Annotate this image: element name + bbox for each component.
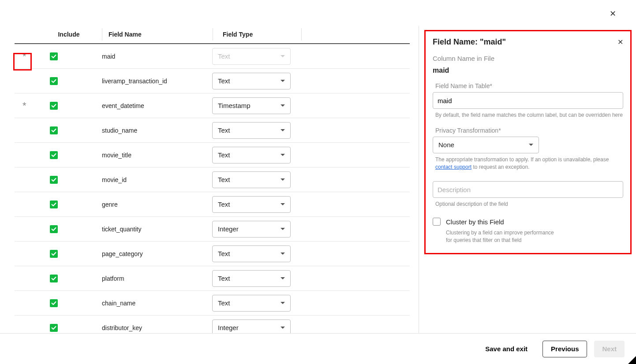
chevron-down-icon: [281, 178, 285, 181]
table-row[interactable]: *maidText: [15, 44, 410, 69]
col-header-fieldname: Field Name: [102, 26, 213, 43]
field-type-value: Text: [218, 275, 230, 282]
table-row[interactable]: ticket_quantityInteger: [15, 217, 410, 241]
include-checkbox[interactable]: [50, 225, 58, 233]
cluster-help-2: for queries that filter on that field: [446, 237, 521, 243]
table-row[interactable]: genreText: [15, 192, 410, 217]
include-checkbox[interactable]: [50, 126, 58, 134]
field-type-select[interactable]: Text: [212, 73, 291, 89]
chevron-down-icon: [281, 129, 285, 131]
table-row[interactable]: *event_datetimeTimestamp: [15, 93, 410, 118]
privacy-select[interactable]: None: [433, 137, 539, 153]
chevron-down-icon: [281, 327, 285, 329]
include-checkbox[interactable]: [50, 299, 58, 307]
required-star: *: [498, 127, 501, 134]
table-row[interactable]: distributor_keyInteger: [15, 316, 410, 333]
chevron-down-icon: [281, 80, 285, 82]
field-type-select[interactable]: Text: [212, 171, 291, 188]
field-type-select[interactable]: Text: [212, 122, 291, 139]
field-type-select[interactable]: Text: [212, 147, 291, 163]
include-checkbox[interactable]: [50, 77, 58, 85]
field-type-select: Text: [212, 48, 291, 65]
field-name-cell: ticket_quantity: [102, 226, 212, 233]
field-type-select[interactable]: Text: [212, 245, 291, 262]
field-type-select[interactable]: Text: [212, 270, 291, 287]
field-name-cell: platform: [102, 275, 212, 282]
field-type-value: Text: [218, 126, 230, 134]
table-row[interactable]: movie_titleText: [15, 143, 410, 167]
field-table: Include Field Name Field Type *maidTextl…: [0, 26, 419, 333]
include-checkbox[interactable]: [50, 324, 58, 332]
field-type-select[interactable]: Text: [212, 196, 291, 213]
resize-handle[interactable]: [628, 356, 636, 364]
description-input[interactable]: [433, 181, 623, 198]
include-checkbox[interactable]: [50, 201, 58, 208]
include-checkbox[interactable]: [50, 250, 58, 258]
include-checkbox[interactable]: [50, 275, 58, 282]
table-header: Include Field Name Field Type: [15, 26, 410, 44]
previous-button[interactable]: Previous: [542, 341, 587, 357]
required-star: *: [490, 82, 492, 89]
field-type-select[interactable]: Integer: [212, 319, 291, 334]
table-row[interactable]: liveramp_transaction_idText: [15, 69, 410, 93]
field-type-value: Integer: [218, 324, 239, 331]
row-marker: *: [15, 51, 36, 62]
field-type-value: Text: [218, 299, 230, 307]
chevron-down-icon: [281, 104, 285, 107]
panel-close-icon[interactable]: ✕: [617, 38, 623, 46]
description-help: Optional description of the field: [433, 201, 623, 208]
field-name-cell: maid: [102, 53, 212, 60]
privacy-help: The appropriate transformation to apply.…: [433, 156, 623, 171]
field-name-cell: event_datetime: [102, 102, 212, 109]
table-row[interactable]: movie_idText: [15, 167, 410, 192]
field-type-value: Text: [218, 201, 230, 208]
include-checkbox[interactable]: [50, 176, 58, 184]
table-row[interactable]: platformText: [15, 266, 410, 291]
column-name-label: Column Name in File: [433, 55, 623, 62]
field-type-select[interactable]: Integer: [212, 221, 291, 238]
cluster-help-1: Clustering by a field can improve perfor…: [446, 230, 554, 236]
chevron-down-icon: [281, 302, 285, 304]
include-checkbox[interactable]: [50, 102, 58, 110]
fieldname-input[interactable]: [433, 92, 623, 109]
include-checkbox[interactable]: [50, 52, 58, 60]
save-and-exit-button[interactable]: Save and exit: [477, 341, 535, 357]
field-name-cell: liveramp_transaction_id: [102, 78, 212, 85]
chevron-down-icon: [529, 144, 533, 146]
panel-title: Field Name: "maid": [433, 37, 506, 47]
footer: Save and exit Previous Next: [0, 333, 636, 364]
privacy-label: Privacy Transformation: [435, 127, 498, 134]
col-header-include: Include: [36, 26, 102, 43]
table-row[interactable]: page_categoryText: [15, 241, 410, 266]
field-name-cell: movie_title: [102, 152, 212, 159]
field-type-value: Text: [218, 52, 230, 60]
chevron-down-icon: [281, 228, 285, 230]
field-type-value: Text: [218, 250, 230, 257]
table-row[interactable]: chain_nameText: [15, 291, 410, 316]
field-name-cell: genre: [102, 201, 212, 208]
field-type-value: Text: [218, 151, 230, 159]
close-icon[interactable]: ✕: [610, 9, 616, 19]
field-type-select[interactable]: Timestamp: [212, 97, 291, 114]
table-row[interactable]: studio_nameText: [15, 118, 410, 143]
fieldname-help: By default, the field name matches the c…: [433, 111, 623, 119]
field-name-cell: distributor_key: [102, 324, 212, 331]
include-checkbox[interactable]: [50, 151, 58, 159]
field-type-select[interactable]: Text: [212, 295, 291, 312]
col-header-fieldtype: Field Type: [213, 26, 301, 43]
field-name-cell: movie_id: [102, 176, 212, 183]
fieldname-table-label: Field Name in Table: [435, 82, 490, 89]
field-detail-panel: Field Name: "maid" ✕ Column Name in File…: [419, 26, 636, 333]
contact-support-link[interactable]: contact support: [435, 164, 471, 170]
field-name-cell: studio_name: [102, 127, 212, 134]
chevron-down-icon: [281, 253, 285, 255]
field-type-value: Text: [218, 77, 230, 85]
next-button: Next: [594, 341, 625, 357]
field-type-value: Text: [218, 176, 230, 183]
privacy-value: None: [438, 141, 454, 149]
field-name-cell: page_category: [102, 250, 212, 257]
chevron-down-icon: [281, 277, 285, 279]
field-name-cell: chain_name: [102, 300, 212, 307]
column-name-value: maid: [433, 67, 623, 74]
cluster-checkbox[interactable]: [433, 218, 441, 226]
